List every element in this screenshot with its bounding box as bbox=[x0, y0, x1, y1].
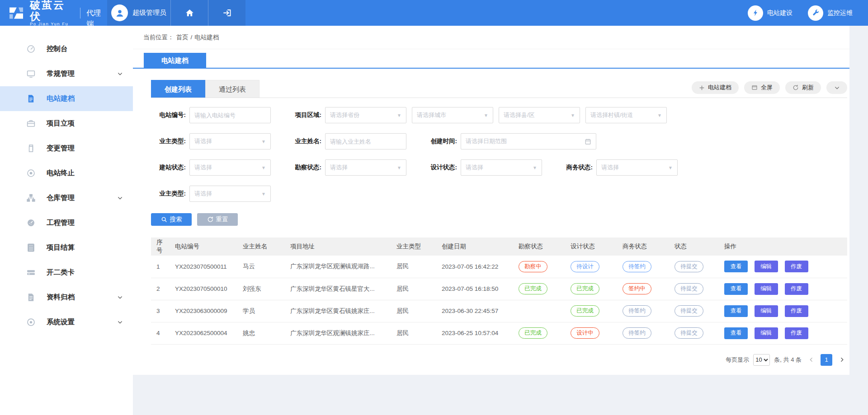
view-button[interactable]: 查看 bbox=[724, 283, 748, 295]
top-header: 破茧云伏 Po Jian Yun Fu 代理端 超级管理员 电站建设 bbox=[0, 0, 868, 26]
edit-button[interactable]: 编辑 bbox=[755, 283, 778, 295]
design-status-badge: 待设计 bbox=[571, 261, 599, 272]
sidebar-item-general-mgmt[interactable]: 常规管理 bbox=[0, 61, 133, 86]
fullscreen-icon bbox=[751, 84, 758, 91]
caret-down-icon: ▼ bbox=[397, 113, 401, 118]
county-select[interactable]: 请选择县/区▼ bbox=[499, 107, 580, 123]
void-button[interactable]: 作废 bbox=[785, 261, 808, 272]
void-button[interactable]: 作废 bbox=[785, 305, 808, 317]
caret-down-icon: ▼ bbox=[261, 191, 266, 196]
station-no-label: 电站编号: bbox=[151, 111, 189, 119]
chevron-left-icon bbox=[808, 357, 814, 363]
caret-down-icon: ▼ bbox=[571, 113, 575, 118]
sitemap-icon bbox=[26, 193, 36, 203]
gauge-icon bbox=[26, 44, 36, 54]
breadcrumb-home[interactable]: 首页 bbox=[176, 33, 189, 42]
edit-button[interactable]: 编辑 bbox=[755, 261, 778, 272]
sidebar-item-data-archive[interactable]: 资料归档 bbox=[0, 285, 133, 310]
search-icon bbox=[161, 216, 167, 223]
void-button[interactable]: 作废 bbox=[785, 283, 808, 295]
table-header-row: 序号 电站编号 业主姓名 项目地址 业主类型 创建日期 勘察状态 设计状态 商务… bbox=[151, 238, 847, 256]
brand-logo-icon bbox=[7, 4, 25, 22]
username: 超级管理员 bbox=[132, 9, 166, 17]
design-status-badge: 设计中 bbox=[571, 327, 599, 339]
business-status-badge: 待签约 bbox=[623, 305, 651, 317]
calendar-icon bbox=[585, 138, 591, 145]
sidebar-item-change-mgmt[interactable]: 变更管理 bbox=[0, 136, 133, 161]
sidebar-item-warehouse-mgmt[interactable]: 仓库管理 bbox=[0, 186, 133, 210]
caret-down-icon: ▼ bbox=[484, 113, 488, 118]
reset-icon bbox=[207, 216, 213, 223]
view-button[interactable]: 查看 bbox=[724, 327, 748, 339]
table-row: 1 YX2023070500011 马云 广东深圳龙华区观澜镇观湖路... 居民… bbox=[151, 256, 847, 278]
chevron-right-icon bbox=[839, 357, 845, 363]
logout-button[interactable] bbox=[208, 0, 245, 26]
sidebar-item-project-approval[interactable]: 项目立项 bbox=[0, 111, 133, 136]
province-select[interactable]: 请选择省份▼ bbox=[325, 107, 406, 123]
station-no-input[interactable] bbox=[189, 107, 271, 123]
portal-label: 代理端 bbox=[80, 8, 107, 19]
sidebar-item-console[interactable]: 控制台 bbox=[0, 37, 133, 61]
next-page-button[interactable] bbox=[836, 354, 847, 366]
list-tab-bar: 创建列表 通过列表 电站建档 全屏 bbox=[151, 80, 847, 98]
avatar[interactable] bbox=[111, 5, 128, 21]
town-select[interactable]: 请选择村镇/街道▼ bbox=[585, 107, 667, 123]
user-icon bbox=[115, 8, 125, 18]
sidebar-item-type2-card[interactable]: 开二类卡 bbox=[0, 260, 133, 285]
per-page-select[interactable]: 10 bbox=[753, 354, 770, 366]
status-badge: 待提交 bbox=[675, 261, 703, 272]
business-status-badge: 待签约 bbox=[623, 327, 651, 339]
logo: 破茧云伏 Po Jian Yun Fu 代理端 bbox=[0, 0, 107, 26]
owner-type-select[interactable]: 请选择▼ bbox=[189, 133, 271, 149]
date-range-input[interactable]: 请选择日期范围 bbox=[461, 133, 596, 149]
brand-title: 破茧云伏 bbox=[30, 0, 75, 22]
business-status-badge: 待签约 bbox=[623, 261, 651, 272]
tab-created-list[interactable]: 创建列表 bbox=[151, 80, 205, 98]
home-button[interactable] bbox=[170, 0, 208, 26]
prev-page-button[interactable] bbox=[806, 354, 816, 366]
view-button[interactable]: 查看 bbox=[724, 305, 748, 317]
owner-type2-select[interactable]: 请选择▼ bbox=[189, 186, 271, 202]
reset-button[interactable]: 重置 bbox=[197, 213, 238, 226]
sidebar-item-project-settlement[interactable]: 项目结算 bbox=[0, 235, 133, 260]
fullscreen-button[interactable]: 全屏 bbox=[744, 81, 780, 94]
nav-monitor-ops[interactable]: 监控运维 bbox=[808, 0, 853, 26]
user-section[interactable]: 超级管理员 bbox=[107, 0, 170, 26]
plus-icon bbox=[699, 85, 705, 91]
archive-file-icon bbox=[26, 293, 36, 302]
tab-passed-list[interactable]: 通过列表 bbox=[205, 80, 259, 98]
filter-form: 电站编号: 项目区域: 请选择省份▼ 请选择城市▼ 请选择县/区▼ 请选择村镇/… bbox=[151, 107, 847, 226]
survey-status-label: 勘察状态: bbox=[287, 163, 325, 172]
view-button[interactable]: 查看 bbox=[724, 261, 748, 272]
page-tab-station-filing[interactable]: 电站建档 bbox=[144, 53, 206, 68]
business-status-select[interactable]: 请选择▼ bbox=[596, 159, 678, 176]
nav-link-label: 电站建设 bbox=[767, 9, 793, 17]
owner-type-label: 业主类型: bbox=[151, 137, 189, 145]
status-badge: 待提交 bbox=[675, 283, 703, 294]
city-select[interactable]: 请选择城市▼ bbox=[412, 107, 493, 123]
edit-button[interactable]: 编辑 bbox=[755, 305, 778, 317]
survey-status-select[interactable]: 请选择▼ bbox=[325, 159, 406, 176]
owner-name-input[interactable] bbox=[325, 133, 406, 149]
caret-down-icon: ▼ bbox=[261, 139, 266, 144]
collapse-toolbar-button[interactable] bbox=[826, 81, 847, 94]
page-number-button[interactable]: 1 bbox=[821, 354, 832, 366]
chevron-down-icon bbox=[117, 294, 123, 300]
sidebar-item-station-filing[interactable]: 电站建档 bbox=[0, 86, 133, 111]
nav-station-construction[interactable]: 电站建设 bbox=[748, 0, 793, 26]
survey-status-badge: 已完成 bbox=[519, 327, 547, 339]
edit-button[interactable]: 编辑 bbox=[755, 327, 778, 339]
sidebar-item-system-settings[interactable]: 系统设置 bbox=[0, 310, 133, 335]
sidebar-item-station-termination[interactable]: 电站终止 bbox=[0, 161, 133, 186]
sidebar-item-engineering-mgmt[interactable]: 工程管理 bbox=[0, 210, 133, 235]
station-table: 序号 电站编号 业主姓名 项目地址 业主类型 创建日期 勘察状态 设计状态 商务… bbox=[151, 238, 847, 345]
void-button[interactable]: 作废 bbox=[785, 327, 808, 339]
design-status-select[interactable]: 请选择▼ bbox=[461, 159, 542, 176]
build-status-select[interactable]: 请选择▼ bbox=[189, 159, 271, 176]
search-button[interactable]: 搜索 bbox=[151, 213, 192, 226]
business-status-badge: 签约中 bbox=[623, 283, 651, 294]
create-station-button[interactable]: 电站建档 bbox=[692, 81, 739, 94]
refresh-button[interactable]: 刷新 bbox=[785, 81, 821, 94]
stop-circle-icon bbox=[26, 168, 36, 178]
monitor-icon bbox=[26, 69, 36, 79]
